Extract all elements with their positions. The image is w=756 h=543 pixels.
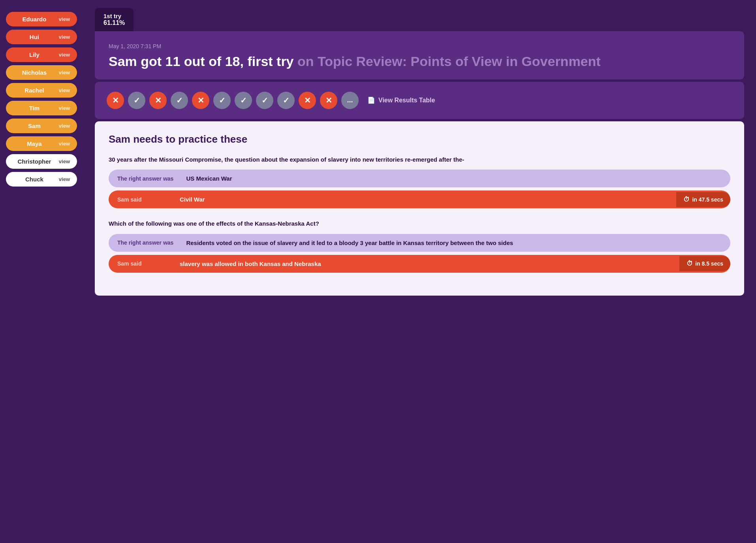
result-date: May 1, 2020 7:31 PM xyxy=(109,43,730,49)
question-block-1: Which of the following was one of the ef… xyxy=(109,219,730,273)
correct-answer-value-0: US Mexican War xyxy=(182,170,730,187)
sidebar-name: Sam xyxy=(13,123,56,129)
sidebar-view-link[interactable]: view xyxy=(59,34,70,40)
sidebar-item-lily[interactable]: Lilyview xyxy=(6,47,77,62)
sidebar-view-link[interactable]: view xyxy=(59,16,70,22)
correct-answer-label-1: The right answer was xyxy=(109,234,182,251)
practice-title: Sam needs to practice these xyxy=(109,133,730,145)
answer-circle-10[interactable]: ✕ xyxy=(320,92,337,109)
correct-answer-row-0: The right answer was US Mexican War xyxy=(109,170,730,187)
sidebar-name: Lily xyxy=(13,51,56,58)
answer-circle-7[interactable]: ✓ xyxy=(256,92,273,109)
answer-circle-6[interactable]: ✓ xyxy=(235,92,252,109)
answer-circle-9[interactable]: ✕ xyxy=(299,92,316,109)
answers-card: ✕✓✕✓✕✓✓✓✓✕✕ ... 📄 View Results Table xyxy=(95,82,744,119)
sidebar-name: Maya xyxy=(13,140,56,147)
result-title-strong: Sam got 11 out of 18, first try xyxy=(109,54,294,69)
sidebar-name: Tim xyxy=(13,105,56,111)
answer-circle-1[interactable]: ✓ xyxy=(128,92,145,109)
correct-answer-label-0: The right answer was xyxy=(109,170,182,187)
sidebar-view-link[interactable]: view xyxy=(59,123,70,129)
wrong-answer-value-0: Civil War xyxy=(176,190,676,208)
answer-circle-2[interactable]: ✕ xyxy=(149,92,167,109)
wrong-answer-row-1: Sam said slavery was allowed in both Kan… xyxy=(109,255,730,273)
answer-time-0: ⏱in 47.5 secs xyxy=(676,192,730,207)
sidebar: EduardoviewHuiviewLilyviewNicholasviewRa… xyxy=(0,0,83,543)
answer-circle-0[interactable]: ✕ xyxy=(107,92,124,109)
answer-circles-container: ✕✓✕✓✕✓✓✓✓✕✕ xyxy=(107,92,337,109)
sidebar-item-hui[interactable]: Huiview xyxy=(6,30,77,44)
main-content: 1st try 61.11% May 1, 2020 7:31 PM Sam g… xyxy=(83,0,756,543)
sidebar-item-eduardo[interactable]: Eduardoview xyxy=(6,12,77,26)
question-block-0: 30 years after the Missouri Compromise, … xyxy=(109,155,730,209)
wrong-answer-value-1: slavery was allowed in both Kansas and N… xyxy=(176,255,679,273)
correct-answer-value-1: Residents voted on the issue of slavery … xyxy=(182,234,730,252)
sidebar-item-chuck[interactable]: Chuckview xyxy=(6,172,77,187)
sidebar-name: Nicholas xyxy=(13,69,56,76)
practice-card: Sam needs to practice these 30 years aft… xyxy=(95,121,744,296)
clock-icon-1: ⏱ xyxy=(686,260,693,267)
sidebar-name: Eduardo xyxy=(13,16,56,23)
sidebar-name: Christopher xyxy=(13,158,56,165)
sidebar-view-link[interactable]: view xyxy=(59,52,70,58)
wrong-answer-label-0: Sam said xyxy=(109,191,176,208)
wrong-answer-row-0: Sam said Civil War ⏱in 47.5 secs xyxy=(109,190,730,208)
result-card: May 1, 2020 7:31 PM Sam got 11 out of 18… xyxy=(95,31,744,79)
sidebar-item-rachel[interactable]: Rachelview xyxy=(6,83,77,98)
sidebar-view-link[interactable]: view xyxy=(59,158,70,164)
sidebar-item-maya[interactable]: Mayaview xyxy=(6,136,77,151)
sidebar-view-link[interactable]: view xyxy=(59,105,70,111)
answer-circle-8[interactable]: ✓ xyxy=(277,92,295,109)
answer-circle-4[interactable]: ✕ xyxy=(192,92,209,109)
questions-container: 30 years after the Missouri Compromise, … xyxy=(109,155,730,273)
answer-circle-3[interactable]: ✓ xyxy=(171,92,188,109)
clock-icon-0: ⏱ xyxy=(683,196,690,203)
sidebar-name: Hui xyxy=(13,34,56,40)
view-results-label: View Results Table xyxy=(378,97,435,104)
result-title: Sam got 11 out of 18, first try on Topic… xyxy=(109,53,730,70)
table-icon: 📄 xyxy=(367,96,375,104)
sidebar-view-link[interactable]: view xyxy=(59,70,70,75)
sidebar-item-tim[interactable]: Timview xyxy=(6,101,77,115)
sidebar-item-nicholas[interactable]: Nicholasview xyxy=(6,65,77,80)
result-title-muted: on Topic Review: Points of View in Gover… xyxy=(297,54,601,69)
sidebar-view-link[interactable]: view xyxy=(59,87,70,93)
sidebar-item-sam[interactable]: Samview xyxy=(6,119,77,133)
try-label: 1st try xyxy=(103,13,125,19)
try-percent: 61.11% xyxy=(103,19,125,26)
question-text-0: 30 years after the Missouri Compromise, … xyxy=(109,155,730,164)
answer-time-1: ⏱in 8.5 secs xyxy=(679,256,730,271)
correct-answer-row-1: The right answer was Residents voted on … xyxy=(109,234,730,252)
question-text-1: Which of the following was one of the ef… xyxy=(109,219,730,228)
sidebar-view-link[interactable]: view xyxy=(59,141,70,147)
sidebar-item-christopher[interactable]: Christopherview xyxy=(6,154,77,169)
sidebar-name: Rachel xyxy=(13,87,56,94)
try-tab[interactable]: 1st try 61.11% xyxy=(95,8,134,31)
answer-circle-5[interactable]: ✓ xyxy=(213,92,231,109)
sidebar-view-link[interactable]: view xyxy=(59,176,70,182)
view-results-button[interactable]: 📄 View Results Table xyxy=(367,96,435,104)
wrong-answer-label-1: Sam said xyxy=(109,255,176,272)
dots-circle[interactable]: ... xyxy=(341,92,359,109)
sidebar-name: Chuck xyxy=(13,176,56,183)
